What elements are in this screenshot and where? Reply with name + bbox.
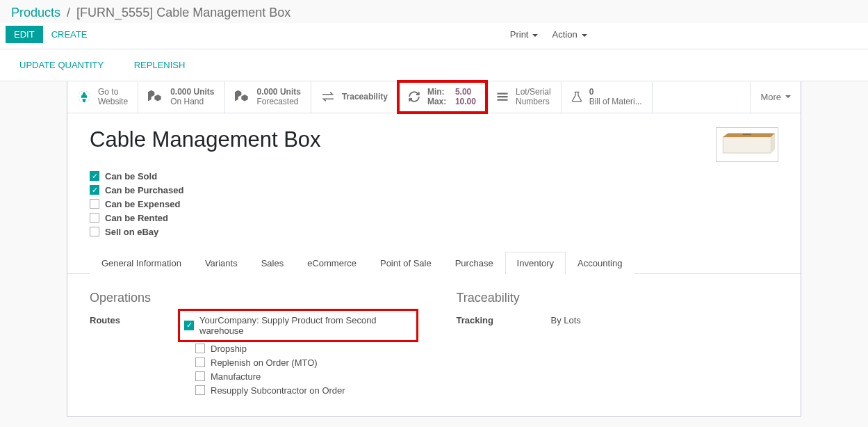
exchange-icon (321, 91, 335, 102)
refresh-icon (408, 90, 420, 103)
tab-point-of-sale[interactable]: Point of Sale (368, 252, 443, 274)
stat-bill-of-materials[interactable]: 0Bill of Materi... (562, 81, 653, 113)
svg-marker-2 (723, 133, 775, 136)
sub-toolbar: UPDATE QUANTITY REPLENISH (0, 49, 868, 81)
update-quantity-button[interactable]: UPDATE QUANTITY (11, 56, 112, 74)
svg-rect-1 (723, 137, 771, 153)
tabs: General Information Variants Sales eComm… (67, 252, 801, 274)
action-dropdown[interactable]: Action (546, 26, 592, 43)
stat-reordering-rules[interactable]: Min:5.00 Max:10.00 (398, 81, 486, 113)
svg-rect-4 (743, 134, 751, 135)
checkbox-route-resupply-subcontractor[interactable] (195, 385, 205, 395)
product-name-title: Cable Management Box (90, 127, 716, 152)
stat-forecasted[interactable]: 0.000 UnitsForecasted (225, 81, 311, 113)
stat-more-dropdown[interactable]: More (750, 81, 801, 113)
cubes-icon (148, 90, 163, 104)
tab-content-inventory: Operations Routes ✓YourCompany: Supply P… (67, 274, 801, 416)
tab-variants[interactable]: Variants (193, 252, 249, 274)
product-image[interactable] (716, 127, 778, 162)
replenish-button[interactable]: REPLENISH (126, 56, 194, 74)
tab-purchase[interactable]: Purchase (443, 252, 505, 274)
tab-ecommerce[interactable]: eCommerce (295, 252, 368, 274)
stat-go-to-website[interactable]: Go toWebsite (67, 81, 138, 113)
checkbox-route-mto[interactable] (195, 357, 205, 367)
checkbox-can-be-purchased[interactable]: ✓ (90, 185, 99, 195)
checkbox-can-be-sold[interactable]: ✓ (90, 171, 99, 181)
cubes-icon (235, 90, 250, 104)
checkbox-can-be-rented[interactable] (90, 213, 99, 223)
form-sheet: Go toWebsite 0.000 UnitsOn Hand 0.000 Un… (67, 81, 801, 417)
product-flags: ✓Can be Sold ✓Can be Purchased Can be Ex… (67, 171, 801, 252)
tab-accounting[interactable]: Accounting (566, 252, 634, 274)
checkbox-can-be-expensed[interactable] (90, 199, 99, 209)
tab-general-information[interactable]: General Information (90, 252, 193, 274)
globe-icon (77, 90, 91, 104)
stat-lot-serial[interactable]: Lot/SerialNumbers (486, 81, 562, 113)
checkbox-route-dropship[interactable] (195, 344, 205, 353)
breadcrumb-separator: / (67, 6, 70, 19)
label-tracking: Tracking (457, 315, 540, 325)
value-tracking: By Lots (551, 315, 581, 325)
print-dropdown[interactable]: Print (505, 26, 544, 43)
breadcrumb: Products / [FURN_5555] Cable Management … (0, 0, 868, 23)
stat-buttons-row: Go toWebsite 0.000 UnitsOn Hand 0.000 Un… (67, 81, 801, 113)
create-button[interactable]: CREATE (43, 26, 96, 43)
stat-on-hand[interactable]: 0.000 UnitsOn Hand (138, 81, 224, 113)
tab-inventory[interactable]: Inventory (505, 252, 566, 274)
flask-icon (571, 90, 582, 103)
section-operations: Operations (90, 291, 412, 305)
checkbox-sell-on-ebay[interactable] (90, 227, 99, 236)
stat-traceability[interactable]: Traceability (311, 81, 398, 113)
tab-sales[interactable]: Sales (249, 252, 296, 274)
main-toolbar: EDIT CREATE Print Action (0, 23, 868, 49)
edit-button[interactable]: EDIT (6, 26, 43, 43)
section-traceability: Traceability (457, 291, 779, 305)
checkbox-route-manufacture[interactable] (195, 371, 205, 381)
label-routes: Routes (90, 315, 173, 325)
breadcrumb-current: [FURN_5555] Cable Management Box (76, 6, 290, 19)
checkbox-route-supply-second-warehouse[interactable]: ✓ (184, 321, 194, 330)
caret-down-icon (785, 95, 791, 98)
breadcrumb-root[interactable]: Products (11, 6, 60, 19)
route-highlight: ✓YourCompany: Supply Product from Second… (180, 311, 416, 340)
bars-icon (496, 91, 509, 102)
